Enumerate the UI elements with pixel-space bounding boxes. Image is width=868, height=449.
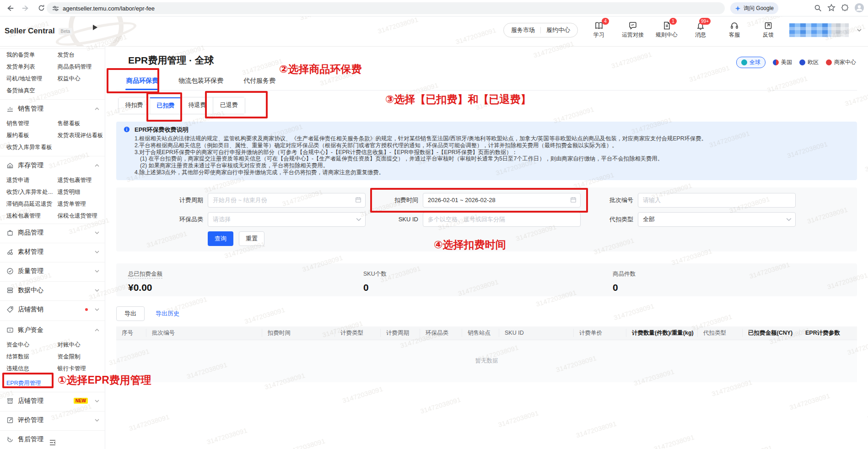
col-sku-id: SKU ID [499, 329, 574, 337]
sidebar-section-goods[interactable]: 商品管理 [0, 224, 105, 241]
sidebar-link[interactable]: 收货入库异常看板 [6, 144, 57, 151]
sidebar-link[interactable]: 滞销商品延迟退货 [6, 200, 57, 208]
url-text[interactable]: agentseller.temu.com/labor/epr-fee [63, 5, 155, 12]
sku-id-input[interactable] [423, 212, 581, 227]
subtab-pending-refund[interactable]: 待退费 [182, 97, 213, 114]
sidebar-section-shop[interactable]: 店铺管理 NEW [0, 392, 105, 409]
sidebar-link[interactable]: 资金限制 [57, 353, 105, 361]
account-avatar[interactable] [789, 23, 849, 37]
nav-messages[interactable]: 99+ 消息 [688, 21, 713, 39]
profile-avatar-icon[interactable] [854, 3, 864, 13]
nav-support[interactable]: 客服 [722, 21, 747, 39]
divider [540, 27, 541, 33]
empty-text: 暂无数据 [475, 357, 498, 365]
deduction-type-select[interactable]: 全部 [638, 212, 796, 227]
sidebar-link[interactable]: 发货表现评估看板 [57, 132, 105, 139]
tab-logistics-packaging-epr-fee[interactable]: 物流包装环保费 [178, 73, 224, 90]
nav-operation[interactable]: 运营对接 [620, 21, 646, 39]
sidebar-link[interactable]: 结算数据 [6, 353, 57, 361]
sidebar-link[interactable]: 商品条码管理 [57, 63, 105, 71]
url-bar[interactable]: agentseller.temu.com/labor/epr-fee [47, 2, 725, 14]
deduction-time-input[interactable] [423, 193, 581, 208]
forward-icon[interactable] [20, 3, 31, 14]
epr-category-field: 环保品类 请选择 [160, 212, 366, 227]
nav-learn[interactable]: 4 学习 [586, 21, 612, 39]
nav-feedback[interactable]: 反馈 [755, 21, 781, 39]
site-settings-icon[interactable] [52, 5, 59, 12]
query-button[interactable]: 查询 [208, 231, 233, 246]
sidebar-link[interactable]: 售罄看板 [57, 120, 105, 128]
collapse-sidebar-icon[interactable] [49, 439, 57, 446]
region-global[interactable]: 全球 [736, 57, 766, 68]
sidebar-section-review[interactable]: 评价管理 [0, 411, 105, 428]
sidebar-section-assets[interactable]: 素材管理 [0, 243, 105, 260]
sidebar-section-quality[interactable]: 质量管理 [0, 262, 105, 279]
sidebar-link[interactable]: 退货明细 [57, 188, 105, 196]
sidebar-link[interactable]: 备货抽真空 [6, 87, 57, 95]
col-index: 序号 [116, 329, 146, 337]
chart-icon [6, 105, 14, 112]
sidebar-section-funds[interactable]: 账户资金 [0, 321, 105, 339]
tab-payment-service-fee[interactable]: 代付服务费 [243, 73, 276, 90]
sidebar-link[interactable]: 送检包裹管理 [6, 212, 57, 220]
subtab-refunded[interactable]: 已退费 [213, 97, 245, 114]
ask-google-button[interactable]: 询问 Google [730, 2, 778, 14]
sidebar-link[interactable]: 退货申请 [6, 176, 57, 184]
sidebar-link[interactable]: 退货包裹管理 [57, 176, 105, 184]
back-icon[interactable] [5, 3, 16, 14]
chevron-up-icon [95, 107, 99, 111]
summary-sku-value: 0 [363, 282, 387, 293]
bookmark-star-icon[interactable] [827, 4, 836, 12]
tab-product-epr-fee[interactable]: 商品环保费 [125, 73, 159, 90]
chevron-up-icon [95, 163, 99, 168]
sidebar-link[interactable]: 我的备货单 [6, 51, 57, 59]
sidebar-link-epr-fee[interactable]: EPR费用管理 [6, 380, 41, 387]
sidebar-link[interactable]: 违规信息 [6, 365, 57, 373]
region-us[interactable]: 美国 [773, 59, 792, 66]
subtab-pending-deduction[interactable]: 待扣费 [119, 97, 150, 114]
sidebar-link[interactable]: 发货台 [57, 51, 105, 59]
chevron-down-icon [786, 217, 792, 222]
region-switcher: 全球 美国 欧区 商家中心 [736, 57, 856, 68]
brand-logo[interactable]: Seller Central [5, 27, 55, 36]
sidebar-link[interactable]: 销售管理 [6, 120, 57, 128]
sidebar-link[interactable]: 对账中心 [57, 341, 105, 349]
sidebar-link[interactable]: 履约看板 [6, 132, 57, 139]
fee-table: 序号 批次编号 扣费时间 计费类型 计费周期 环保品类 销售站点 SKU ID … [116, 326, 857, 382]
sidebar-section-data[interactable]: 数据中心 [0, 281, 105, 299]
sidebar-link[interactable]: 资金中心 [6, 341, 57, 349]
epr-notice-banner: EPR环保费收费说明 1.根据相关站点的法律法规的规定、监管机构要求及商家协议、… [116, 122, 857, 180]
region-eu[interactable]: 欧区 [799, 59, 819, 66]
epr-category-select[interactable]: 请选择 [208, 212, 366, 227]
reset-button[interactable]: 重置 [239, 231, 264, 246]
sidebar-link[interactable]: 发货单列表 [6, 63, 57, 71]
billing-period-input[interactable] [208, 193, 366, 208]
active-tab-underline [125, 89, 159, 90]
sidebar-link[interactable]: 收货/入库异常处... [6, 188, 57, 196]
fulfillment-center-link[interactable]: 履约中心 [546, 26, 570, 34]
subtab-deducted[interactable]: 已扣费 [150, 97, 182, 114]
export-button[interactable]: 导出 [116, 306, 145, 321]
globe-icon [741, 59, 747, 65]
chevron-down-icon [95, 307, 99, 312]
sidebar-section-sales[interactable]: 销售管理 [0, 99, 105, 118]
sidebar-link[interactable]: 保税仓退货管理 [57, 212, 105, 220]
sidebar-link[interactable]: 银行卡管理 [57, 365, 105, 373]
chevron-down-icon[interactable] [857, 28, 862, 32]
service-market-link[interactable]: 服务市场 [511, 26, 535, 34]
sidebar-link[interactable]: 司机/地址管理 [6, 75, 57, 83]
sidebar-section-marketing[interactable]: 店铺营销 [0, 300, 105, 318]
export-history-link[interactable]: 导出历史 [156, 310, 179, 318]
extensions-icon[interactable] [841, 4, 849, 12]
notice-line: 2.平台将根据商品相关信息（例如类目、属性、重量等）确定对应环保品类（根据有关部… [135, 142, 849, 149]
check-badge-icon [6, 267, 14, 275]
sidebar-section-inventory[interactable]: 库存管理 [0, 156, 105, 174]
zoom-icon[interactable] [814, 4, 822, 12]
chevron-down-icon [356, 217, 361, 222]
region-merchant-center[interactable]: 商家中心 [826, 59, 856, 66]
sidebar-link[interactable]: 权益中心 [57, 75, 105, 83]
reload-icon[interactable] [36, 3, 47, 14]
batch-number-input[interactable] [638, 193, 796, 208]
nav-rules[interactable]: 1 规则中心 [654, 21, 679, 39]
sidebar-link[interactable]: 退货单管理 [57, 200, 105, 208]
